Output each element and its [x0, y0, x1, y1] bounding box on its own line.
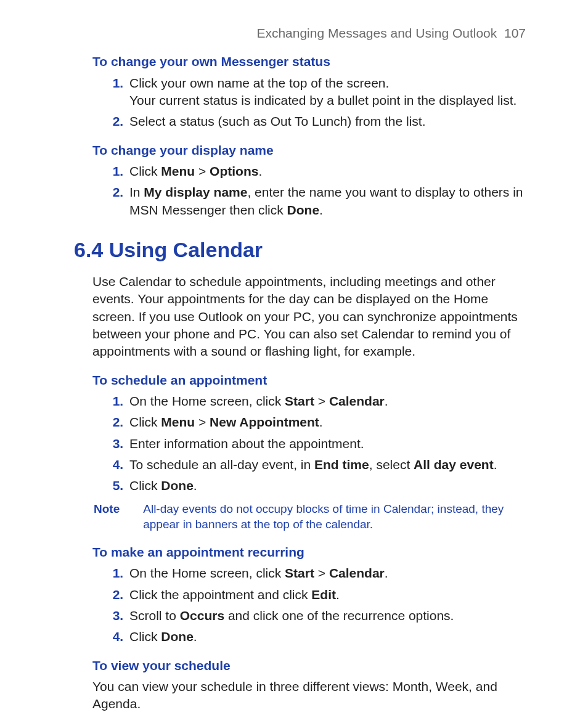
body-text: To schedule an all-day event, in [129, 457, 314, 472]
body-text: . [194, 478, 197, 492]
list-item: On the Home screen, click Start > Calend… [127, 393, 529, 410]
subheading-view-schedule: To view your schedule [92, 657, 529, 674]
list-item: Click Menu > New Appointment. [127, 414, 529, 431]
page-header: Exchanging Messages and Using Outlook 10… [92, 25, 529, 42]
bold-text: Done [161, 629, 194, 643]
body-text: > [314, 566, 329, 580]
bold-text: Start [285, 566, 314, 580]
bold-text: Calendar [329, 566, 385, 580]
chapter-title: Exchanging Messages and Using Outlook [256, 26, 497, 40]
note-label: Note [92, 501, 120, 533]
intro-paragraph: Use Calendar to schedule appointments, i… [92, 273, 529, 361]
bold-text: Edit [311, 587, 336, 602]
list-item: On the Home screen, click Start > Calend… [127, 565, 529, 582]
list-recurring: On the Home screen, click Start > Calend… [92, 565, 529, 645]
bold-text: Occurs [180, 608, 224, 623]
body-text: . [385, 394, 388, 408]
body-text: > [195, 415, 210, 429]
view-schedule-text: You can view your schedule in three diff… [92, 678, 529, 713]
heading-6-4: 6.4 Using Calendar [74, 236, 529, 264]
subheading-recurring: To make an appointment recurring [92, 544, 529, 561]
body-text: Click [129, 478, 161, 492]
body-text: On the Home screen, click [129, 394, 285, 408]
list-item: Scroll to Occurs and click one of the re… [127, 607, 529, 624]
body-text: Your current status is indicated by a bu… [129, 93, 517, 107]
bold-text: Start [285, 394, 314, 408]
list-messenger-status: Click your own name at the top of the sc… [92, 75, 529, 131]
body-text: . [319, 203, 323, 217]
bold-text: All day event [414, 457, 494, 472]
bold-text: My display name [144, 185, 247, 199]
list-item: Click Done. [127, 628, 529, 645]
body-text: . [336, 587, 340, 602]
list-schedule-appointment: On the Home screen, click Start > Calend… [92, 393, 529, 495]
body-text: Enter information about the appointment. [129, 436, 364, 451]
list-item: Click the appointment and click Edit. [127, 586, 529, 603]
bold-text: Options [210, 164, 258, 178]
bold-text: New Appointment [210, 415, 319, 429]
bold-text: Menu [161, 415, 195, 429]
body-text: . [258, 164, 262, 178]
note-block: Note All-day events do not occupy blocks… [92, 501, 529, 533]
bold-text: End time [314, 457, 369, 472]
subheading-messenger-status: To change your own Messenger status [92, 53, 529, 70]
body-text: > [195, 164, 210, 178]
body-text: Click your own name at the top of the sc… [129, 76, 389, 90]
body-text: . [319, 415, 323, 429]
note-text: All-day events do not occupy blocks of t… [143, 501, 529, 533]
bold-text: Menu [161, 164, 195, 178]
body-text: On the Home screen, click [129, 566, 285, 580]
body-text: Select a status (such as Out To Lunch) f… [129, 114, 426, 128]
page-number: 107 [504, 26, 526, 40]
bold-text: Done [161, 478, 194, 492]
list-item: Select a status (such as Out To Lunch) f… [127, 113, 529, 130]
body-text: , select [369, 457, 414, 472]
subheading-display-name: To change your display name [92, 142, 529, 159]
subheading-schedule-appointment: To schedule an appointment [92, 372, 529, 389]
list-item: In My display name, enter the name you w… [127, 184, 529, 219]
body-text: Scroll to [129, 608, 180, 623]
body-text: Click [129, 629, 161, 643]
bold-text: Done [287, 203, 320, 217]
bold-text: Calendar [329, 394, 385, 408]
body-text: In [129, 185, 144, 199]
list-item: Click Menu > Options. [127, 163, 529, 180]
body-text: Click [129, 164, 161, 178]
list-display-name: Click Menu > Options. In My display name… [92, 163, 529, 219]
body-text: . [385, 566, 388, 580]
body-text: Click [129, 415, 161, 429]
list-item: Click Done. [127, 477, 529, 494]
list-item: Enter information about the appointment. [127, 435, 529, 452]
body-text: and click one of the recurrence options. [224, 608, 454, 623]
body-text: . [194, 629, 197, 643]
list-item: To schedule an all-day event, in End tim… [127, 456, 529, 473]
body-text: . [494, 457, 497, 472]
body-text: Click the appointment and click [129, 587, 311, 602]
list-item: Click your own name at the top of the sc… [127, 75, 529, 110]
body-text: > [314, 394, 329, 408]
